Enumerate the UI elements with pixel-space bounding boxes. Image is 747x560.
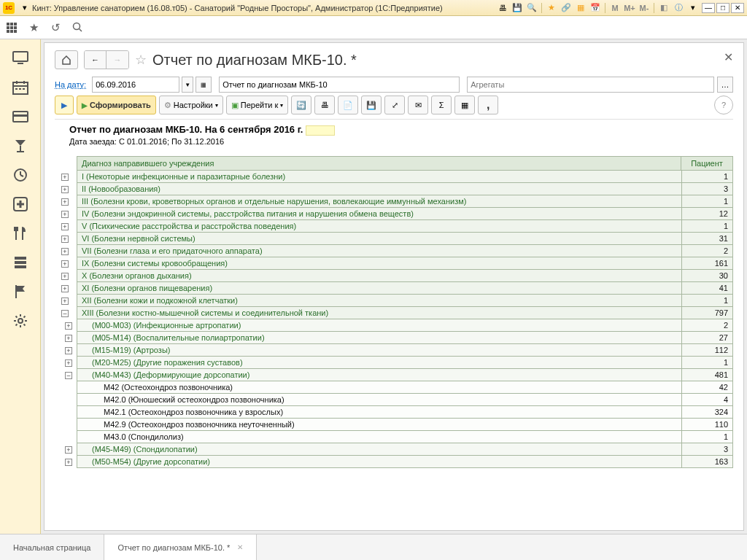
dropdown-icon[interactable]: ▾ bbox=[18, 2, 31, 14]
aggregates-input[interactable] bbox=[467, 77, 714, 93]
expand-icon[interactable]: + bbox=[61, 260, 69, 268]
table-row[interactable]: +(M05-M14) (Воспалительные полиартропати… bbox=[55, 332, 733, 344]
panels-icon[interactable]: ◧ bbox=[657, 2, 670, 14]
expand-icon[interactable]: + bbox=[65, 459, 72, 466]
tab-close-icon[interactable]: ✕ bbox=[237, 543, 243, 551]
table-row[interactable]: +IV (Болезни эндокринной системы, расстр… bbox=[55, 208, 733, 220]
sidebar-settings-icon[interactable] bbox=[6, 308, 35, 334]
table-row[interactable]: +I (Некоторые инфекционные и паразитарны… bbox=[55, 171, 733, 183]
table-row[interactable]: +(M45-M49) (Спондилопатии)3 bbox=[55, 443, 733, 456]
link-icon[interactable]: 🔗 bbox=[560, 2, 573, 14]
table-row[interactable]: +III (Болезни крови, кроветворных органо… bbox=[55, 195, 733, 208]
expand-icon[interactable]: + bbox=[61, 248, 69, 255]
sidebar-server-icon[interactable] bbox=[6, 249, 35, 276]
table-row[interactable]: M42.0 (Юношеский остеохондроз позвоночни… bbox=[55, 394, 733, 406]
expand-icon[interactable]: + bbox=[65, 359, 72, 367]
toolbar-save-icon[interactable]: 💾 bbox=[361, 96, 382, 114]
expand-icon[interactable]: + bbox=[61, 223, 69, 230]
save-icon[interactable]: 💾 bbox=[511, 2, 524, 14]
settings-button[interactable]: ⚙Настройки▾ bbox=[159, 96, 223, 114]
collapse-icon[interactable]: – bbox=[65, 372, 72, 379]
favorite-star-icon[interactable]: ☆ bbox=[135, 52, 147, 68]
toolbar-preview-icon[interactable]: 📄 bbox=[338, 96, 358, 114]
sidebar-medical-icon[interactable] bbox=[6, 191, 35, 217]
collapse-icon[interactable]: – bbox=[61, 310, 69, 317]
sidebar-monitor-icon[interactable] bbox=[6, 45, 35, 71]
table-row[interactable]: –XIII (Болезни костно-мышечной системы и… bbox=[55, 307, 733, 319]
expand-icon[interactable]: + bbox=[61, 273, 69, 280]
aggregates-more-button[interactable]: … bbox=[717, 77, 733, 93]
help-button[interactable]: ? bbox=[714, 96, 733, 114]
toolbar-table-icon[interactable]: ▦ bbox=[454, 96, 475, 114]
expand-icon[interactable]: + bbox=[61, 298, 69, 305]
table-row[interactable]: M43.0 (Спондилолиз)1 bbox=[55, 431, 733, 443]
info-dropdown-icon[interactable]: ▾ bbox=[686, 2, 700, 14]
calendar-icon[interactable]: 📅 bbox=[589, 2, 602, 14]
table-row[interactable]: M42.9 (Остеохондроз позвоночника неуточн… bbox=[55, 419, 733, 431]
date-input[interactable] bbox=[92, 77, 179, 93]
sidebar-lamp-icon[interactable] bbox=[6, 133, 35, 159]
expand-icon[interactable]: + bbox=[61, 198, 69, 206]
expand-icon[interactable]: + bbox=[61, 211, 69, 218]
sidebar-calendar-icon[interactable] bbox=[6, 74, 35, 101]
forward-button[interactable]: → bbox=[107, 51, 128, 69]
expand-icon[interactable]: + bbox=[65, 335, 72, 342]
expand-icon[interactable]: + bbox=[61, 285, 69, 292]
star-icon[interactable]: ★ bbox=[28, 22, 39, 34]
expand-icon[interactable]: + bbox=[65, 322, 72, 330]
info-icon[interactable]: ⓘ bbox=[672, 2, 685, 14]
expand-icon[interactable]: + bbox=[65, 347, 72, 354]
search-icon[interactable] bbox=[71, 22, 83, 34]
table-row[interactable]: +(M15-M19) (Артрозы)112 bbox=[55, 344, 733, 357]
expand-icon[interactable]: + bbox=[61, 236, 69, 243]
toolbar-expand-icon[interactable]: ⤢ bbox=[384, 96, 405, 114]
expand-icon[interactable]: + bbox=[61, 174, 69, 181]
table-row[interactable]: +VI (Болезни нервной системы)31 bbox=[55, 233, 733, 245]
toolbar-sum-icon[interactable]: Σ bbox=[431, 96, 452, 114]
preview-icon[interactable]: 🔍 bbox=[525, 2, 538, 14]
expand-icon[interactable]: + bbox=[61, 186, 69, 193]
toolbar-refresh-icon[interactable]: 🔄 bbox=[291, 96, 311, 114]
sidebar-food-icon[interactable] bbox=[6, 220, 35, 246]
back-button[interactable]: ← bbox=[85, 51, 107, 69]
minimize-button[interactable]: — bbox=[702, 3, 715, 13]
calc-icon[interactable]: ▦ bbox=[574, 2, 587, 14]
favorite-icon[interactable]: ★ bbox=[545, 2, 558, 14]
tab-report[interactable]: Отчет по диагнозам МКБ-10. *✕ bbox=[104, 534, 257, 560]
toolbar-mail-icon[interactable]: ✉ bbox=[408, 96, 428, 114]
table-row[interactable]: +V (Психические расстройства и расстройс… bbox=[55, 220, 733, 233]
date-dropdown-button[interactable]: ▼ bbox=[182, 77, 193, 93]
table-row[interactable]: +(M50-M54) (Другие дорсопатии)163 bbox=[55, 456, 733, 468]
goto-button[interactable]: ▣Перейти к▾ bbox=[226, 96, 288, 114]
sidebar-clock-icon[interactable] bbox=[6, 162, 35, 188]
run-arrow-button[interactable]: ▶ bbox=[55, 96, 74, 114]
report-name-input[interactable] bbox=[219, 77, 460, 93]
table-row[interactable]: +IX (Болезни системы кровообращения)161 bbox=[55, 257, 733, 270]
maximize-button[interactable]: □ bbox=[716, 3, 729, 13]
form-button[interactable]: ▶Сформировать bbox=[77, 96, 156, 114]
home-button[interactable] bbox=[55, 50, 78, 69]
table-row[interactable]: M42.1 (Остеохондроз позвоночника у взрос… bbox=[55, 406, 733, 419]
history-icon[interactable]: ↺ bbox=[50, 22, 61, 34]
memory-mminus-button[interactable]: M- bbox=[638, 2, 651, 14]
table-row[interactable]: M42 (Остеохондроз позвоночника)42 bbox=[55, 381, 733, 394]
memory-m-button[interactable]: M bbox=[608, 2, 622, 14]
table-row[interactable]: +VII (Болезни глаза и его придаточного а… bbox=[55, 245, 733, 257]
toolbar-comma-icon[interactable]: , bbox=[478, 96, 498, 114]
date-label[interactable]: На дату: bbox=[55, 80, 86, 89]
tab-start-page[interactable]: Начальная страница bbox=[0, 534, 104, 560]
table-row[interactable]: +XI (Болезни органов пищеварения)41 bbox=[55, 282, 733, 295]
apps-icon[interactable] bbox=[6, 22, 18, 34]
sidebar-card-icon[interactable] bbox=[6, 104, 35, 130]
table-row[interactable]: +X (Болезни органов дыхания)30 bbox=[55, 270, 733, 282]
table-row[interactable]: +II (Новообразования)3 bbox=[55, 183, 733, 195]
sidebar-flag-icon[interactable] bbox=[6, 279, 35, 305]
date-calendar-button[interactable]: ▦ bbox=[196, 77, 212, 93]
toolbar-print-icon[interactable]: 🖶 bbox=[314, 96, 335, 114]
memory-mplus-button[interactable]: M+ bbox=[623, 2, 636, 14]
table-row[interactable]: +(M20-M25) (Другие поражения суставов)1 bbox=[55, 357, 733, 369]
expand-icon[interactable]: + bbox=[65, 446, 72, 454]
table-row[interactable]: +(M00-M03) (Инфекционные артропатии)2 bbox=[55, 319, 733, 332]
table-row[interactable]: –(M40-M43) (Деформирующие дорсопатии)481 bbox=[55, 369, 733, 381]
print-icon[interactable]: 🖶 bbox=[496, 2, 509, 14]
